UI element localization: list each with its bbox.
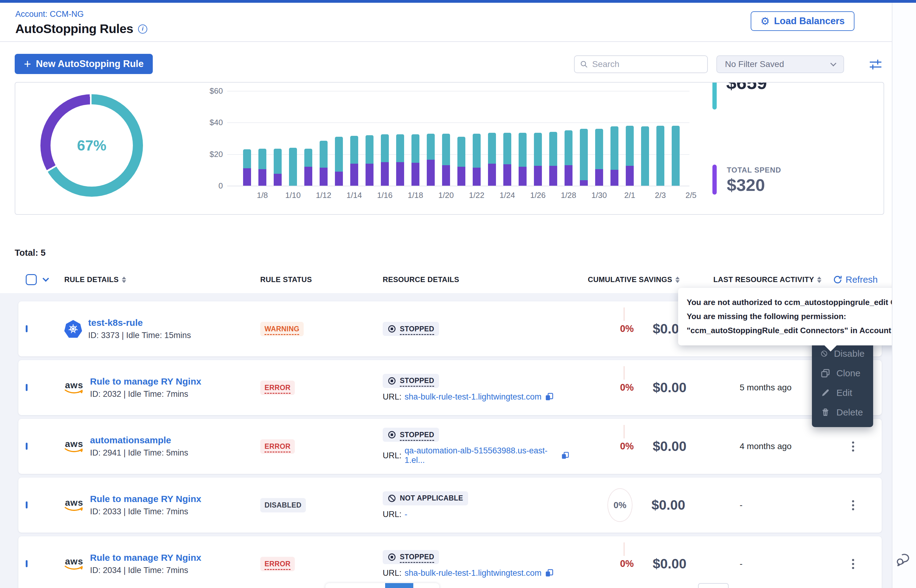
spend-bar-segment	[580, 180, 588, 186]
spend-bar-segment	[258, 169, 266, 186]
account-breadcrumb[interactable]: Account: CCM-NG	[15, 10, 84, 19]
spend-bar-segment	[610, 170, 618, 186]
savings-bar-segment	[442, 134, 450, 165]
info-icon[interactable]: i	[138, 24, 147, 34]
rule-meta: ID: 3373 | Idle Time: 15mins	[88, 331, 191, 340]
copy-icon[interactable]	[545, 569, 554, 578]
savings-percentage: 0%	[588, 441, 634, 452]
rule-name-link[interactable]: Rule to manage RY Nginx	[90, 376, 201, 387]
chat-support-button[interactable]	[896, 552, 912, 569]
bar-slot	[454, 91, 469, 186]
resource-state-badge: STOPPED	[383, 322, 439, 336]
savings-bar-segment	[411, 134, 419, 163]
select-all-checkbox[interactable]	[26, 274, 37, 285]
savings-bar-segment	[350, 136, 358, 163]
search-input[interactable]	[592, 59, 702, 69]
load-balancers-button[interactable]: ⚙ Load Balancers	[751, 11, 855, 31]
bar-slot	[469, 91, 484, 186]
bar-slot	[638, 91, 653, 186]
context-menu-item-delete[interactable]: Delete	[812, 402, 873, 422]
column-last-resource-activity[interactable]: LAST RESOURCE ACTIVITY	[713, 275, 833, 284]
kubernetes-icon	[64, 320, 82, 338]
spend-bar-segment	[350, 164, 358, 186]
x-axis-tick-label: 1/8	[249, 191, 276, 200]
y-axis-tick-label: $40	[198, 118, 223, 127]
select-menu-chevron-icon[interactable]	[42, 275, 49, 282]
right-gutter	[892, 3, 916, 588]
stopped-icon	[388, 553, 396, 561]
resource-url: URL: -	[383, 510, 570, 519]
row-checkbox[interactable]	[26, 501, 28, 509]
copy-icon[interactable]	[545, 392, 554, 401]
summary-card: 67% $60$40$200 1/81/101/121/141/161/181/…	[15, 82, 884, 215]
saved-filter-label: No Filter Saved	[725, 59, 784, 69]
context-menu-item-disable[interactable]: Disable	[812, 344, 873, 363]
gear-icon: ⚙	[761, 15, 770, 27]
bar-slot	[561, 91, 576, 186]
savings-bar-segment	[335, 137, 343, 172]
spend-bar-segment	[549, 166, 557, 186]
resource-url-link[interactable]: -	[405, 510, 408, 519]
total-spend-value: $320	[727, 175, 765, 195]
refresh-button[interactable]: Refresh	[833, 275, 882, 285]
sort-icon	[817, 276, 821, 283]
saved-filter-dropdown[interactable]: No Filter Saved	[716, 55, 844, 73]
cumulative-savings-cell: 0% $0.00	[570, 380, 713, 395]
total-spend-indicator	[712, 165, 717, 195]
column-resource-details: RESOURCE DETAILS	[383, 275, 570, 284]
x-axis-tick-label: 1/20	[432, 191, 460, 200]
column-rule-details[interactable]: RULE DETAILS	[64, 275, 260, 284]
spend-bar-segment	[519, 167, 527, 186]
bar-slot	[484, 91, 500, 186]
resource-url-link[interactable]: sha-bulk-rule-test-1.lightwingtest.com	[405, 392, 542, 402]
rule-name-link[interactable]: test-k8s-rule	[88, 318, 191, 328]
new-rule-label: New AutoStopping Rule	[36, 58, 144, 69]
sort-icon	[122, 276, 126, 283]
resource-url: URL: sha-bulk-rule-test-1.lightwingtest.…	[383, 569, 570, 578]
resource-url-link[interactable]: qa-automation-alb-515563988.us-east-1.el…	[405, 446, 558, 465]
spend-bar-segment	[396, 162, 404, 186]
savings-bar-segment	[656, 126, 664, 186]
column-cumulative-savings[interactable]: CUMULATIVE SAVINGS	[570, 275, 713, 284]
pagination-bar[interactable]	[325, 583, 439, 588]
rule-name-link[interactable]: Rule to manage RY Nginx	[90, 552, 201, 563]
context-menu-item-clone[interactable]: Clone	[812, 363, 873, 383]
context-menu-item-edit[interactable]: Edit	[812, 383, 873, 402]
sort-icon	[675, 276, 680, 283]
bar-slot	[346, 91, 362, 186]
row-checkbox[interactable]	[26, 384, 28, 391]
rule-table-row: aws Rule to manage RY Nginx ID: 2034 | I…	[18, 536, 882, 588]
chat-bubbles-icon	[896, 552, 912, 567]
spend-bar-segment	[411, 163, 419, 186]
pagination-active-page[interactable]	[385, 583, 413, 588]
row-checkbox[interactable]	[26, 443, 28, 450]
x-axis-tick-label: 1/26	[524, 191, 552, 200]
rule-name-link[interactable]: automationsample	[90, 435, 188, 446]
spend-bar-segment	[534, 166, 542, 186]
resource-url-link[interactable]: sha-bulk-rule-test-1.lightwingtest.com	[405, 569, 542, 578]
copy-icon[interactable]	[561, 451, 570, 460]
row-actions-menu-button[interactable]	[847, 559, 859, 569]
row-checkbox[interactable]	[26, 325, 28, 332]
bar-slot	[301, 91, 316, 186]
x-axis-tick-label: 1/28	[555, 191, 582, 200]
rule-details-cell: aws Rule to manage RY Nginx ID: 2034 | I…	[64, 552, 260, 575]
row-checkbox[interactable]	[26, 560, 28, 567]
spend-bar-segment	[473, 168, 481, 186]
x-axis-tick-label: 1/12	[310, 191, 337, 200]
new-autostopping-rule-button[interactable]: + New AutoStopping Rule	[15, 54, 153, 74]
page-size-selector[interactable]	[698, 583, 729, 588]
total-savings-value: $659	[726, 82, 767, 93]
y-axis-tick-label: $20	[198, 150, 223, 159]
row-actions-menu-button[interactable]	[847, 500, 859, 510]
bar-slot	[240, 91, 255, 186]
rule-table-row: aws Rule to manage RY Nginx ID: 2033 | I…	[18, 478, 882, 533]
filter-panel-button[interactable]	[868, 58, 883, 71]
row-actions-menu-button[interactable]	[847, 441, 859, 452]
rule-name-link[interactable]: Rule to manage RY Nginx	[90, 494, 201, 504]
spend-bar-segment	[488, 164, 496, 186]
donut-percentage: 67%	[77, 137, 106, 154]
rule-status-cell: WARNING	[260, 322, 383, 336]
spend-bar-segment	[320, 168, 328, 186]
resource-state-badge: STOPPED	[383, 428, 439, 442]
